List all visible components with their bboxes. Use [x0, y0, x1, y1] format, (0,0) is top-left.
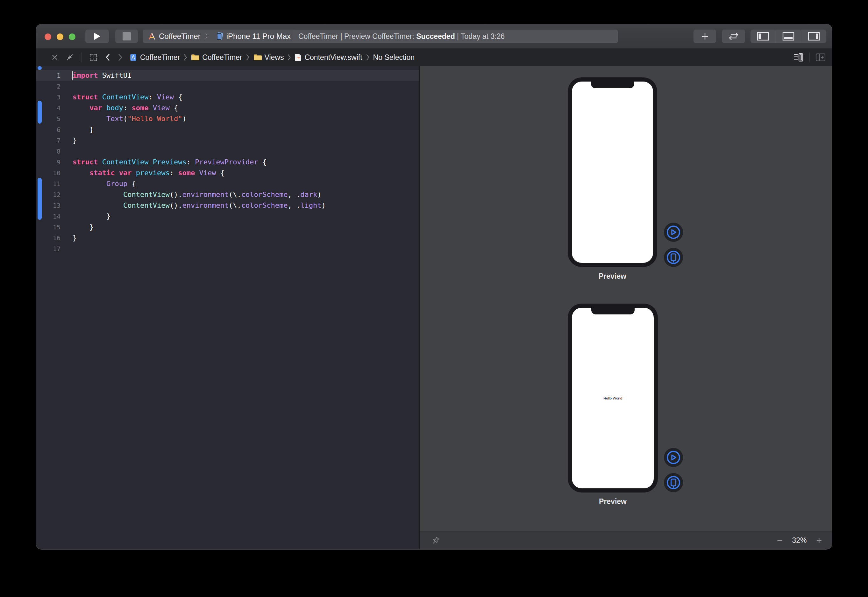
- destination-device-icon: [216, 32, 224, 40]
- code-line[interactable]: 17: [36, 244, 419, 254]
- breadcrumb-separator-icon: [246, 54, 250, 61]
- run-button[interactable]: [85, 30, 109, 43]
- breadcrumb-separator-icon: [366, 54, 370, 61]
- code-text: import SwiftUI: [61, 70, 132, 81]
- code-text: [61, 146, 73, 157]
- device-preview[interactable]: Hello World: [568, 304, 658, 493]
- code-text: Group {: [61, 178, 136, 189]
- preview-screen-text: Hello World: [603, 396, 622, 400]
- breadcrumb-label: CoffeeTimer: [202, 53, 242, 62]
- close-window-button[interactable]: [44, 33, 51, 40]
- code-line[interactable]: 6 }: [36, 124, 419, 135]
- code-text: [61, 81, 73, 92]
- code-line[interactable]: 1import SwiftUI: [36, 70, 419, 81]
- code-line[interactable]: 2: [36, 81, 419, 92]
- preview-canvas: Preview Hello World: [420, 66, 832, 549]
- library-button[interactable]: [693, 30, 716, 43]
- code-line[interactable]: 9struct ContentView_Previews: PreviewPro…: [36, 157, 419, 168]
- device-screen: Hello World: [572, 308, 654, 489]
- zoom-level: 32%: [792, 536, 807, 545]
- folder-icon: [191, 54, 199, 61]
- breadcrumb-label: ContentView.swift: [304, 53, 362, 62]
- code-line[interactable]: 14 }: [36, 211, 419, 222]
- preview-label: Preview: [568, 497, 658, 506]
- breadcrumb-item[interactable]: CoffeeTimer: [129, 53, 180, 62]
- plus-icon: [701, 32, 710, 41]
- code-line[interactable]: 8: [36, 146, 419, 157]
- device-screen: [572, 82, 653, 263]
- bottom-panel-icon: [782, 32, 794, 41]
- pin-icon: [431, 536, 440, 545]
- code-line[interactable]: 5 Text("Hello World"): [36, 113, 419, 124]
- preview-on-device-button[interactable]: [664, 248, 683, 267]
- code-text: }: [61, 124, 93, 135]
- editor-options-icon[interactable]: [794, 53, 804, 62]
- line-number: 2: [36, 81, 61, 92]
- pin-preview-button[interactable]: [431, 536, 440, 545]
- scheme-selector[interactable]: CoffeeTimer 〉 iPhone 11 Pro Max: [143, 30, 300, 43]
- code-line[interactable]: 11 Group {: [36, 178, 419, 189]
- go-back-icon[interactable]: [105, 53, 110, 61]
- code-line[interactable]: 16}: [36, 233, 419, 244]
- device-preview[interactable]: [568, 77, 657, 267]
- zoom-window-button[interactable]: [69, 33, 76, 40]
- toggle-debug-panel-button[interactable]: [776, 30, 801, 43]
- minimize-editor-icon[interactable]: [66, 53, 74, 61]
- panel-toggles: [751, 30, 826, 43]
- code-line[interactable]: 3struct ContentView: View {: [36, 92, 419, 102]
- live-preview-button[interactable]: [664, 223, 683, 242]
- zoom-controls: − 32% +: [777, 536, 822, 545]
- add-editor-icon[interactable]: [815, 53, 826, 62]
- code-text: ContentView().environment(\.colorScheme,…: [61, 200, 326, 211]
- source-editor[interactable]: 1import SwiftUI23struct ContentView: Vie…: [36, 66, 419, 549]
- breadcrumb-item[interactable]: Views: [253, 53, 284, 62]
- code-text: }: [61, 222, 93, 233]
- xcode-window: CoffeeTimer 〉 iPhone 11 Pro Max CoffeeTi…: [36, 24, 832, 549]
- code-review-button[interactable]: [722, 30, 745, 43]
- breadcrumb-item[interactable]: ContentView.swift: [295, 53, 362, 62]
- zoom-in-button[interactable]: +: [816, 536, 822, 545]
- code-line[interactable]: 4 var body: some View {: [36, 102, 419, 113]
- code-line[interactable]: 15 }: [36, 222, 419, 233]
- jump-bar-divider: [809, 53, 810, 62]
- zoom-out-button[interactable]: −: [777, 536, 783, 545]
- project-scheme-icon: [148, 32, 156, 40]
- live-preview-button[interactable]: [664, 448, 683, 467]
- code-text: }: [61, 233, 77, 244]
- play-circle-icon: [667, 225, 680, 239]
- jump-bar-controls: [36, 53, 123, 62]
- breadcrumb-item[interactable]: CoffeeTimer: [191, 53, 242, 62]
- code-line[interactable]: 10 static var previews: some View {: [36, 168, 419, 178]
- code-line[interactable]: 7}: [36, 135, 419, 146]
- related-items-icon[interactable]: [89, 53, 98, 61]
- scheme-project-name: CoffeeTimer: [159, 32, 201, 41]
- close-editor-icon[interactable]: [51, 54, 58, 61]
- toolbar: CoffeeTimer 〉 iPhone 11 Pro Max CoffeeTi…: [36, 24, 832, 49]
- line-number: 17: [36, 244, 61, 254]
- line-number: 16: [36, 233, 61, 244]
- code-text: var body: some View {: [61, 102, 178, 113]
- right-panel-icon: [808, 32, 820, 41]
- line-number: 8: [36, 146, 61, 157]
- minimize-window-button[interactable]: [57, 33, 64, 40]
- breadcrumb-separator-icon: [287, 54, 291, 61]
- breadcrumb-label: CoffeeTimer: [140, 53, 180, 62]
- device-notch: [591, 82, 634, 88]
- breadcrumb: CoffeeTimerCoffeeTimerViewsContentView.s…: [129, 53, 415, 62]
- code-area: 1import SwiftUI23struct ContentView: Vie…: [36, 70, 419, 254]
- app-icon: [129, 53, 137, 61]
- code-text: static var previews: some View {: [61, 168, 225, 178]
- stop-button[interactable]: [115, 30, 138, 43]
- breadcrumb-item[interactable]: No Selection: [373, 53, 415, 62]
- toggle-inspector-panel-button[interactable]: [801, 30, 826, 43]
- code-line[interactable]: 13 ContentView().environment(\.colorSche…: [36, 200, 419, 211]
- breadcrumb-separator-icon: [184, 54, 187, 61]
- go-forward-icon[interactable]: [118, 53, 123, 61]
- code-line[interactable]: 12 ContentView().environment(\.colorSche…: [36, 189, 419, 200]
- change-bar[interactable]: [38, 66, 42, 70]
- window-controls: [44, 33, 76, 40]
- change-bar[interactable]: [38, 178, 42, 220]
- preview-on-device-button[interactable]: [664, 473, 683, 492]
- toggle-navigator-panel-button[interactable]: [751, 30, 776, 43]
- change-bar[interactable]: [38, 101, 42, 123]
